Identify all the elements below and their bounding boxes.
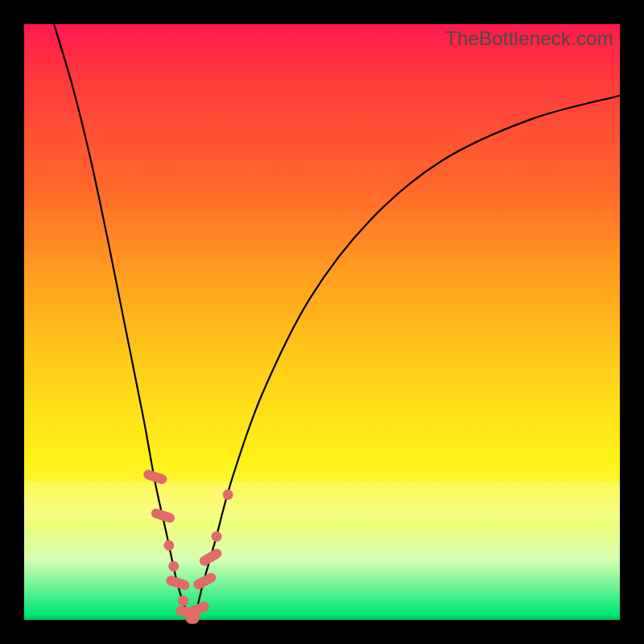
marker-pill bbox=[192, 572, 217, 592]
marker-dot bbox=[163, 540, 174, 551]
marker-pill bbox=[198, 547, 224, 568]
marker-dot bbox=[212, 531, 222, 542]
plot-area: TheBottleneck.com bbox=[24, 24, 620, 620]
chart-frame: TheBottleneck.com bbox=[0, 0, 644, 644]
marker-dot bbox=[168, 561, 179, 572]
marker-dot bbox=[178, 596, 188, 606]
curve-layer bbox=[24, 24, 620, 620]
marker-dot bbox=[223, 489, 233, 500]
bottleneck-curve bbox=[54, 24, 620, 620]
marker-layer bbox=[142, 469, 233, 624]
marker-pill bbox=[165, 575, 191, 592]
